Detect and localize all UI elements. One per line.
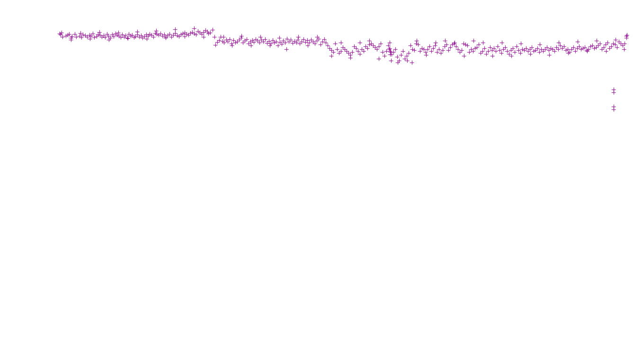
data-point — [522, 48, 527, 53]
data-point — [67, 32, 72, 36]
data-point — [307, 41, 312, 45]
data-point — [612, 108, 616, 112]
data-point — [330, 48, 334, 53]
data-point — [289, 38, 293, 42]
data-point — [171, 33, 176, 37]
data-point — [168, 32, 172, 36]
data-point — [579, 47, 583, 52]
data-point — [411, 47, 415, 52]
data-point — [443, 45, 447, 49]
data-point — [154, 29, 159, 33]
data-point — [387, 47, 392, 52]
data-point — [456, 47, 460, 52]
data-point — [272, 41, 277, 45]
data-point — [228, 37, 232, 42]
data-point — [250, 38, 255, 43]
data-point — [428, 45, 432, 49]
data-point — [496, 45, 500, 49]
data-point — [91, 32, 95, 36]
data-point — [394, 47, 398, 52]
data-point — [405, 59, 410, 63]
data-point — [625, 36, 629, 40]
data-point — [530, 46, 534, 50]
data-point — [483, 46, 487, 51]
data-point — [447, 48, 451, 53]
data-point — [144, 33, 149, 37]
data-point — [420, 46, 424, 51]
data-point — [114, 32, 118, 36]
data-point — [598, 42, 602, 46]
data-point — [498, 48, 502, 53]
data-point — [375, 47, 379, 52]
scatter-plot — [0, 0, 644, 364]
data-point — [602, 46, 606, 50]
data-point — [196, 29, 200, 34]
data-point — [256, 39, 260, 43]
data-point — [596, 44, 600, 48]
data-point — [399, 53, 403, 57]
data-point — [528, 52, 533, 56]
data-point — [465, 44, 470, 48]
data-point — [319, 43, 323, 47]
data-point — [271, 38, 275, 43]
data-point — [364, 45, 368, 49]
data-point — [243, 39, 247, 43]
data-point — [119, 36, 123, 40]
data-point — [241, 41, 245, 45]
data-point — [330, 54, 334, 58]
data-point — [276, 44, 280, 48]
data-point — [183, 35, 187, 39]
data-point — [304, 40, 308, 45]
data-point — [435, 50, 439, 55]
data-point — [367, 43, 372, 47]
data-point — [177, 35, 181, 39]
data-point — [562, 45, 566, 49]
data-point — [59, 33, 63, 37]
data-point — [315, 35, 320, 39]
data-point — [222, 41, 226, 45]
data-point — [494, 49, 498, 54]
data-point — [585, 48, 589, 53]
data-point — [98, 33, 102, 37]
data-point — [162, 33, 167, 37]
data-point — [247, 42, 251, 46]
data-point — [433, 44, 438, 48]
data-point — [208, 31, 213, 35]
data-point — [412, 48, 417, 53]
data-point — [600, 47, 604, 52]
data-point — [141, 36, 145, 40]
data-point — [519, 42, 523, 46]
data-point — [115, 33, 119, 37]
data-point — [570, 47, 574, 52]
data-point — [159, 32, 163, 36]
data-point — [509, 48, 513, 53]
data-point — [595, 39, 599, 43]
data-point — [484, 52, 489, 56]
data-point — [259, 38, 264, 42]
data-point — [293, 39, 297, 44]
data-point — [134, 35, 138, 39]
data-point — [443, 39, 447, 43]
data-point — [347, 51, 351, 55]
data-point — [477, 43, 481, 47]
data-point — [280, 42, 284, 46]
data-point — [515, 45, 519, 49]
data-point — [383, 54, 387, 58]
data-point — [613, 43, 617, 47]
data-point — [585, 49, 590, 54]
data-point — [339, 49, 343, 54]
data-point — [112, 35, 116, 39]
data-point — [454, 45, 458, 49]
data-point — [350, 50, 355, 55]
data-point — [469, 47, 474, 52]
data-point — [89, 34, 93, 38]
data-point — [537, 50, 542, 55]
data-point — [150, 33, 154, 37]
data-point — [100, 35, 104, 39]
data-point — [501, 47, 506, 52]
data-point — [556, 47, 561, 52]
data-point — [395, 55, 400, 59]
data-point — [541, 49, 546, 54]
data-point — [403, 57, 407, 61]
data-point — [609, 45, 614, 49]
